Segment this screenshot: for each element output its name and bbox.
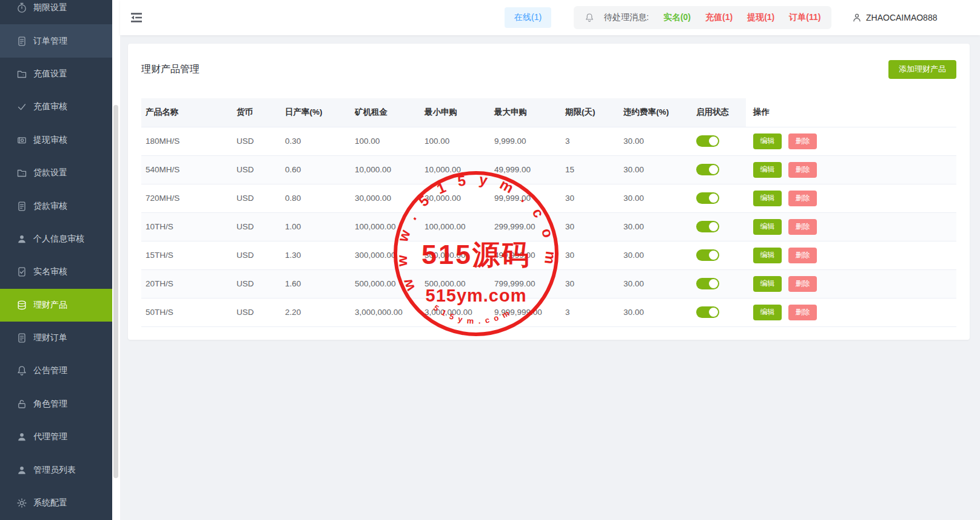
cell-max: 49,999.00 [494, 155, 565, 184]
enable-toggle[interactable] [696, 306, 719, 318]
cell-min: 100.00 [425, 127, 494, 155]
cell-rent: 100.00 [355, 127, 425, 155]
document-check-icon [16, 266, 27, 277]
pending-item[interactable]: 订单(11) [789, 12, 821, 23]
sidebar-item[interactable]: 系统配置 [0, 487, 112, 519]
sidebar-item[interactable]: 角色管理 [0, 388, 112, 420]
sidebar-item[interactable]: 实名审核 [0, 255, 112, 288]
enable-toggle[interactable] [696, 164, 719, 175]
sidebar-item[interactable]: 贷款设置 [0, 157, 112, 189]
cell-rent: 100,000.00 [355, 212, 425, 241]
sidebar-item[interactable]: 个人信息审核 [0, 223, 112, 255]
cell-actions: 编辑删除 [746, 269, 956, 298]
cell-currency: USD [237, 127, 285, 155]
sidebar-item[interactable]: 管理员列表 [0, 453, 112, 486]
column-header: 启用状态 [696, 98, 746, 127]
folder-icon [16, 69, 27, 79]
enable-toggle[interactable] [696, 278, 719, 289]
cell-currency: USD [237, 241, 285, 269]
sidebar-item[interactable]: 理财产品 [0, 289, 112, 322]
edit-button[interactable]: 编辑 [753, 305, 782, 320]
sidebar-item-label: 提现审核 [33, 135, 67, 146]
delete-button[interactable]: 删除 [788, 162, 817, 178]
toggle-knob [709, 222, 718, 231]
products-table: 产品名称货币日产率(%)矿机租金最小申购最大申购期限(天)违约费率(%)启用状态… [141, 98, 956, 327]
sidebar-item-label: 理财订单 [33, 333, 67, 343]
enable-toggle[interactable] [696, 192, 719, 204]
document-icon [16, 201, 27, 212]
sidebar-menu: 期限设置订单管理充值设置充值审核提现审核贷款设置贷款审核个人信息审核实名审核理财… [0, 0, 112, 519]
column-header: 日产率(%) [285, 98, 355, 127]
sidebar-item[interactable]: 期限设置 [0, 0, 112, 24]
sidebar-item-label: 实名审核 [33, 266, 67, 277]
table-row: 20TH/SUSD1.60500,000.00500,000.00799,999… [141, 269, 956, 298]
edit-button[interactable]: 编辑 [753, 276, 782, 292]
sidebar-item[interactable]: 代理管理 [0, 420, 112, 453]
sidebar-item[interactable]: 充值审核 [0, 90, 112, 123]
enable-toggle[interactable] [696, 221, 719, 232]
cell-status [696, 298, 746, 326]
toggle-knob [709, 194, 718, 203]
sidebar-item[interactable]: 提现审核 [0, 124, 112, 157]
cell-min: 500,000.00 [425, 269, 494, 298]
edit-button[interactable]: 编辑 [753, 248, 782, 263]
edit-button[interactable]: 编辑 [753, 219, 782, 235]
cell-currency: USD [237, 155, 285, 184]
cell-actions: 编辑删除 [746, 155, 956, 184]
pending-item[interactable]: 实名(0) [663, 12, 691, 23]
column-header: 矿机租金 [355, 98, 425, 127]
toggle-knob [709, 308, 718, 317]
table-row: 50TH/SUSD2.203,000,000.003,000,000.009,9… [141, 298, 956, 326]
add-product-button[interactable]: 添加理财产品 [888, 60, 956, 79]
cell-daily_rate: 1.60 [285, 269, 355, 298]
online-count-button[interactable]: 在线(1) [505, 7, 551, 28]
delete-button[interactable]: 删除 [788, 133, 817, 149]
cell-name: 10TH/S [141, 212, 237, 241]
cell-actions: 编辑删除 [746, 298, 956, 326]
cell-actions: 编辑删除 [746, 212, 956, 241]
sidebar-item[interactable]: 贷款审核 [0, 189, 112, 222]
collapse-menu-icon[interactable] [130, 13, 143, 22]
cell-daily_rate: 0.80 [285, 184, 355, 212]
sidebar-scrollbar-thumb[interactable] [113, 105, 118, 478]
user-menu[interactable]: ZHAOCAIMAO888 [852, 0, 937, 35]
cell-days: 30 [565, 241, 623, 269]
cell-daily_rate: 0.30 [285, 127, 355, 155]
cell-actions: 编辑删除 [746, 241, 956, 269]
cell-name: 540MH/S [141, 155, 237, 184]
cell-status [696, 184, 746, 212]
pending-item[interactable]: 充值(1) [705, 12, 733, 23]
check-icon [16, 101, 27, 112]
cell-days: 30 [565, 184, 623, 212]
gear-icon [16, 498, 27, 508]
delete-button[interactable]: 删除 [788, 305, 817, 320]
table-row: 540MH/SUSD0.6010,000.0010,000.0049,999.0… [141, 155, 956, 184]
column-header: 最小申购 [425, 98, 494, 127]
column-header: 期限(天) [565, 98, 623, 127]
edit-button[interactable]: 编辑 [753, 162, 782, 178]
cell-currency: USD [237, 184, 285, 212]
cell-status [696, 155, 746, 184]
cell-penalty: 30.00 [623, 241, 696, 269]
sidebar-item-label: 个人信息审核 [33, 234, 84, 245]
sidebar-item[interactable]: 公告管理 [0, 354, 112, 387]
edit-button[interactable]: 编辑 [753, 191, 782, 206]
sidebar-item[interactable]: 充值设置 [0, 58, 112, 90]
cell-penalty: 30.00 [623, 155, 696, 184]
enable-toggle[interactable] [696, 249, 719, 261]
edit-button[interactable]: 编辑 [753, 133, 782, 149]
sidebar-item[interactable]: 订单管理 [0, 24, 112, 57]
sidebar-item[interactable]: 理财订单 [0, 322, 112, 354]
cell-status [696, 212, 746, 241]
delete-button[interactable]: 删除 [788, 248, 817, 263]
pending-item[interactable]: 提现(1) [747, 12, 774, 23]
delete-button[interactable]: 删除 [788, 219, 817, 235]
table-row: 180MH/SUSD0.30100.00100.009,999.00330.00… [141, 127, 956, 155]
sidebar-item-label: 期限设置 [33, 2, 67, 13]
cell-min: 10,000.00 [425, 155, 494, 184]
column-header: 最大申购 [494, 98, 565, 127]
toggle-knob [709, 165, 718, 174]
delete-button[interactable]: 删除 [788, 191, 817, 206]
enable-toggle[interactable] [696, 135, 719, 147]
delete-button[interactable]: 删除 [788, 276, 817, 292]
